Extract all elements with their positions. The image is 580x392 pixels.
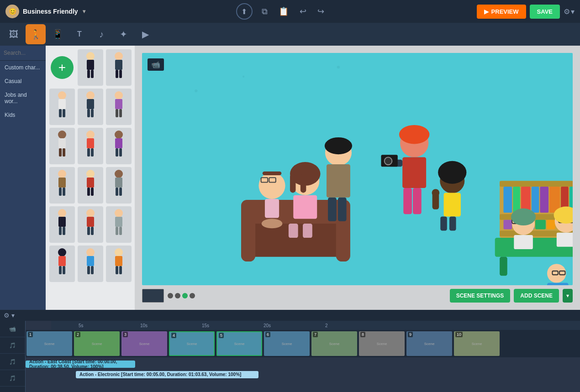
- svg-rect-62: [87, 266, 90, 274]
- toolbar-video[interactable]: ▶: [135, 24, 155, 44]
- timeline-gear-button[interactable]: ⚙ ▾: [4, 312, 15, 319]
- timeline-track-icons: 📹 🎵 🎵 🎵: [0, 321, 26, 392]
- svg-point-76: [258, 172, 285, 199]
- scene-thumb-7[interactable]: Scene 7: [311, 331, 357, 356]
- canvas-area: 📹: [135, 46, 580, 310]
- toolbar-text[interactable]: T: [69, 24, 90, 44]
- undo-button[interactable]: ↩: [298, 5, 308, 18]
- svg-rect-58: [59, 266, 62, 274]
- redo-button[interactable]: ↪: [316, 5, 326, 18]
- character-item[interactable]: [78, 246, 103, 282]
- svg-rect-7: [119, 70, 122, 78]
- scene-thumb-5[interactable]: Scene 5: [216, 331, 262, 356]
- search-bar: 🔍: [0, 46, 46, 61]
- scene-number-5: 5: [219, 333, 224, 338]
- character-item[interactable]: [106, 128, 132, 164]
- svg-point-44: [58, 209, 66, 217]
- gear-dropdown-icon: ▾: [11, 312, 15, 319]
- settings-icon: ⚙: [564, 7, 570, 16]
- scene-thumbnails-row: Scene 1 Scene 2 Scene 3: [26, 330, 580, 357]
- scene-thumb-3[interactable]: Scene 3: [121, 331, 167, 356]
- toolbar-character[interactable]: 🚶: [26, 24, 46, 44]
- scene-thumb-4[interactable]: Scene 4: [169, 331, 215, 356]
- canvas-frame[interactable]: 📹: [142, 53, 573, 285]
- svg-rect-66: [116, 266, 118, 274]
- scene-thumb-1[interactable]: Scene 1: [26, 331, 72, 356]
- preview-button[interactable]: ▶ PREVIEW: [477, 5, 526, 19]
- audio-bar-1: Action - East Coast [Start time: 00:00.0…: [26, 361, 135, 368]
- svg-rect-114: [513, 187, 520, 213]
- character-grid: +: [46, 46, 135, 310]
- toolbar-music[interactable]: ♪: [91, 24, 111, 44]
- character-item[interactable]: [78, 128, 103, 164]
- scene-thumb-8[interactable]: Scene 8: [359, 331, 405, 356]
- add-character-button[interactable]: +: [51, 56, 74, 79]
- ruler-mark-15s: 15s: [202, 323, 209, 328]
- character-item[interactable]: [49, 167, 75, 204]
- svg-rect-18: [116, 109, 118, 117]
- toolbar-effects[interactable]: ✦: [113, 24, 133, 44]
- character-item[interactable]: [106, 167, 132, 204]
- save-button[interactable]: SAVE: [530, 5, 560, 19]
- character-item[interactable]: [106, 246, 132, 282]
- svg-rect-39: [91, 188, 94, 196]
- add-scene-button[interactable]: ADD SCENE: [514, 289, 559, 303]
- character-item[interactable]: [49, 206, 75, 243]
- svg-rect-67: [119, 266, 122, 274]
- sidebar-item-casual[interactable]: Casual: [0, 74, 46, 88]
- character-item[interactable]: [78, 206, 103, 243]
- character-item[interactable]: [106, 49, 132, 86]
- svg-point-4: [115, 52, 123, 60]
- character-item[interactable]: [106, 89, 132, 125]
- settings-button[interactable]: ⚙ ▾: [564, 7, 575, 16]
- sidebar-item-jobs[interactable]: Jobs and wor...: [0, 88, 46, 108]
- playback-controls: [168, 293, 195, 298]
- svg-rect-29: [115, 138, 122, 148]
- character-item[interactable]: [49, 128, 75, 164]
- copy-button[interactable]: ⧉: [260, 5, 269, 18]
- scene-number-9: 9: [408, 332, 413, 337]
- svg-rect-23: [63, 148, 65, 157]
- svg-rect-6: [116, 70, 118, 78]
- svg-rect-49: [87, 217, 94, 227]
- svg-rect-51: [91, 227, 94, 235]
- character-item[interactable]: [49, 246, 75, 282]
- toolbar-image[interactable]: 🖼: [4, 24, 24, 44]
- sidebar-item-custom-char[interactable]: Custom char...: [0, 61, 46, 74]
- sidebar-item-kids[interactable]: Kids: [0, 108, 46, 122]
- svg-rect-87: [290, 174, 295, 193]
- upload-button[interactable]: ⬆: [236, 3, 253, 20]
- audio-track-2[interactable]: Action - Electronic [Start time: 00:05.0…: [26, 370, 580, 379]
- search-input[interactable]: [4, 50, 46, 56]
- brand-title: Business Friendly: [23, 8, 78, 15]
- character-item[interactable]: [78, 167, 103, 204]
- paste-button[interactable]: 📋: [277, 5, 290, 18]
- svg-rect-3: [91, 70, 94, 78]
- character-item[interactable]: [78, 89, 103, 125]
- audio-track-1[interactable]: Action - East Coast [Start time: 00:00.0…: [26, 360, 580, 369]
- scene-thumb-2[interactable]: Scene 2: [74, 331, 120, 356]
- scene-thumb-9[interactable]: Scene 9: [406, 331, 452, 356]
- svg-rect-26: [87, 148, 90, 157]
- top-nav-right: ▶ PREVIEW SAVE ⚙ ▾: [477, 5, 575, 19]
- toolbar-tablet[interactable]: 📱: [47, 24, 68, 44]
- svg-rect-9: [58, 99, 66, 109]
- svg-rect-106: [449, 216, 456, 230]
- left-sidebar: 🔍 Custom char... Casual Jobs and wor... …: [0, 46, 46, 310]
- character-item[interactable]: [78, 49, 103, 86]
- svg-rect-137: [557, 233, 573, 247]
- timeline-right: 5s 10s 15s 20s 2 Scene 1 Scene: [26, 321, 580, 392]
- character-item[interactable]: [49, 89, 75, 125]
- audio-label-2: Action - Electronic [Start time: 00:05.0…: [79, 372, 241, 377]
- svg-rect-63: [91, 266, 94, 274]
- character-item[interactable]: [106, 206, 132, 243]
- svg-rect-1: [87, 60, 94, 70]
- scene-settings-button[interactable]: SCENE SETTINGS: [450, 289, 511, 303]
- audio-tracks: Action - East Coast [Start time: 00:00.0…: [26, 357, 580, 392]
- scene-thumb-10[interactable]: Scene 10: [454, 331, 500, 356]
- main-area: 🔍 Custom char... Casual Jobs and wor... …: [0, 46, 580, 310]
- brand-area[interactable]: 😊 Business Friendly ▾: [5, 5, 85, 18]
- scene-thumb-6[interactable]: Scene 6: [264, 331, 310, 356]
- add-scene-dropdown-button[interactable]: ▾: [563, 289, 573, 303]
- svg-rect-124: [535, 220, 546, 230]
